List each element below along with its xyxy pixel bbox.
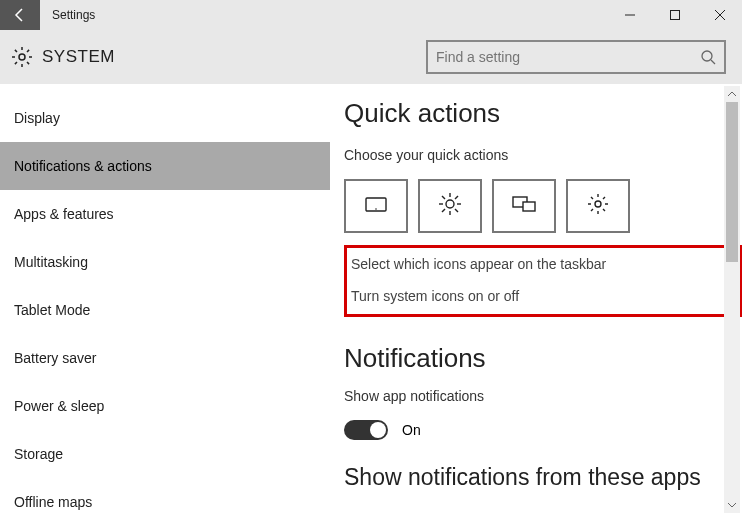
search-icon: [700, 49, 716, 65]
minimize-button[interactable]: [607, 0, 652, 30]
svg-point-8: [375, 208, 377, 210]
quick-action-tile-connect[interactable]: [492, 179, 556, 233]
quick-action-tile-settings[interactable]: [566, 179, 630, 233]
show-notifications-apps-heading: Show notifications from these apps: [344, 464, 742, 491]
connect-icon: [511, 191, 537, 221]
sidebar-item-label: Notifications & actions: [14, 158, 152, 174]
settings-icon: [585, 191, 611, 221]
sidebar-item-battery-saver[interactable]: Battery saver: [0, 334, 330, 382]
search-box[interactable]: [426, 40, 726, 74]
sidebar-item-label: Tablet Mode: [14, 302, 90, 318]
quick-actions-heading: Quick actions: [344, 98, 742, 129]
header: SYSTEM: [0, 30, 742, 84]
quick-action-tile-brightness[interactable]: [418, 179, 482, 233]
window-title: Settings: [40, 8, 95, 22]
sidebar-item-label: Battery saver: [14, 350, 96, 366]
sidebar-item-label: Storage: [14, 446, 63, 462]
svg-point-4: [19, 54, 25, 60]
titlebar: Settings: [0, 0, 742, 30]
svg-line-6: [711, 60, 715, 64]
scroll-down-arrow[interactable]: [724, 497, 740, 513]
quick-actions-subheading: Choose your quick actions: [344, 147, 742, 163]
svg-rect-1: [670, 11, 679, 20]
sidebar-item-label: Multitasking: [14, 254, 88, 270]
sidebar-item-tablet-mode[interactable]: Tablet Mode: [0, 286, 330, 334]
sidebar-item-multitasking[interactable]: Multitasking: [0, 238, 330, 286]
sidebar-item-display[interactable]: Display: [0, 94, 330, 142]
tablet-icon: [363, 191, 389, 221]
sidebar-item-storage[interactable]: Storage: [0, 430, 330, 478]
scroll-up-arrow[interactable]: [724, 86, 740, 102]
svg-point-5: [702, 51, 712, 61]
brightness-icon: [437, 191, 463, 221]
link-system-icons[interactable]: Turn system icons on or off: [351, 288, 729, 304]
back-button[interactable]: [0, 0, 40, 30]
gear-icon: [10, 45, 34, 69]
svg-rect-19: [523, 202, 535, 211]
scrollbar[interactable]: [724, 86, 740, 513]
link-taskbar-icons[interactable]: Select which icons appear on the taskbar: [351, 256, 729, 272]
sidebar-item-label: Display: [14, 110, 60, 126]
close-button[interactable]: [697, 0, 742, 30]
quick-action-tile-tablet[interactable]: [344, 179, 408, 233]
sidebar-item-label: Power & sleep: [14, 398, 104, 414]
content-pane: Quick actions Choose your quick actions …: [330, 84, 742, 517]
sidebar-item-offline-maps[interactable]: Offline maps: [0, 478, 330, 517]
svg-line-15: [455, 209, 458, 212]
notifications-heading: Notifications: [344, 343, 742, 374]
sidebar-item-label: Apps & features: [14, 206, 114, 222]
show-app-notifications-toggle[interactable]: [344, 420, 388, 440]
toggle-state-label: On: [402, 422, 421, 438]
svg-point-20: [595, 201, 601, 207]
maximize-button[interactable]: [652, 0, 697, 30]
section-title: SYSTEM: [42, 47, 115, 67]
scrollbar-thumb[interactable]: [726, 102, 738, 262]
sidebar-item-label: Offline maps: [14, 494, 92, 510]
quick-actions-tiles: [344, 179, 742, 233]
show-app-notifications-label: Show app notifications: [344, 388, 742, 404]
sidebar: Display Notifications & actions Apps & f…: [0, 84, 330, 517]
svg-line-16: [442, 209, 445, 212]
svg-line-17: [455, 196, 458, 199]
sidebar-item-notifications-actions[interactable]: Notifications & actions: [0, 142, 330, 190]
highlight-box: Select which icons appear on the taskbar…: [344, 245, 742, 317]
search-input[interactable]: [436, 49, 700, 65]
svg-point-9: [446, 200, 454, 208]
sidebar-item-power-sleep[interactable]: Power & sleep: [0, 382, 330, 430]
sidebar-item-apps-features[interactable]: Apps & features: [0, 190, 330, 238]
svg-line-14: [442, 196, 445, 199]
